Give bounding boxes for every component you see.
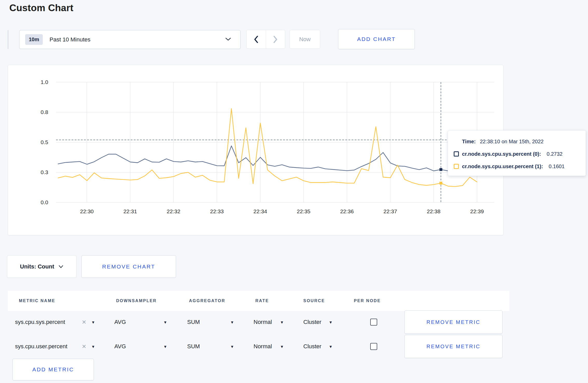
column-header: METRIC NAME [19,299,55,303]
tooltip-series-label: cr.node.sys.cpu.sys.percent (0): [462,151,541,157]
aggregator-caret-icon[interactable]: ▼ [230,344,234,349]
metric-row: sys.cpu.sys.percent × ▼ AVG ▼ SUM ▼ Norm… [0,310,588,334]
x-axis-tick-label: 22:34 [254,208,267,214]
x-axis-tick-label: 22:37 [383,208,397,214]
source-caret-icon[interactable]: ▼ [329,344,333,349]
y-axis-tick-label: 0.8 [41,109,48,115]
aggregator-caret-icon[interactable]: ▼ [230,320,234,324]
chevron-down-icon [225,37,232,42]
metric-name-caret-icon[interactable]: ▼ [91,320,95,324]
x-axis-tick-label: 22:32 [167,208,180,214]
y-axis-tick-label: 0.3 [41,169,48,175]
units-select[interactable]: Units: Count [7,255,76,278]
per-node-checkbox[interactable] [370,343,377,350]
rate-caret-icon[interactable]: ▼ [280,320,284,324]
toolbar-divider [8,30,8,49]
column-header: SOURCE [303,299,325,303]
series-swatch-icon [454,151,459,157]
per-node-checkbox[interactable] [370,319,377,326]
clear-metric-icon[interactable]: × [82,343,86,350]
column-header: DOWNSAMPLER [116,299,157,303]
crosshair-point-marker [439,182,442,185]
column-header: RATE [255,299,269,303]
now-button[interactable]: Now [290,30,320,49]
add-chart-button[interactable]: ADD CHART [338,29,415,49]
column-header: AGGREGATOR [189,299,225,303]
y-axis-tick-label: 0.0 [41,199,48,205]
source-caret-icon[interactable]: ▼ [329,320,333,324]
x-axis-tick-label: 22:35 [297,208,311,214]
series-line [58,146,477,171]
x-axis-tick-label: 22:36 [340,208,354,214]
metric-name-caret-icon[interactable]: ▼ [91,344,95,349]
crosshair-point-marker [439,168,442,171]
page-title: Custom Chart [9,3,73,13]
y-axis-tick-label: 1.0 [41,79,48,85]
metric-name-value[interactable]: sys.cpu.sys.percent [15,319,65,325]
tooltip-series-label: cr.node.sys.cpu.user.percent (1): [462,164,543,169]
source-value[interactable]: Cluster [303,343,321,350]
tooltip-time-value: 22:38:10 on Mar 15th, 2022 [480,139,544,145]
rate-value[interactable]: Normal [254,343,272,350]
series-swatch-icon [454,164,459,169]
custom-chart-page: Custom Chart 10m Past 10 Minutes Now ADD… [0,0,588,383]
column-header: PER NODE [354,299,381,303]
time-range-dropdown[interactable]: 10m Past 10 Minutes [19,30,241,49]
units-select-label: Units: Count [20,263,54,270]
time-range-badge: 10m [25,34,43,45]
tooltip-time-label: Time: [462,139,476,145]
remove-chart-button[interactable]: REMOVE CHART [81,255,176,278]
x-axis-tick-label: 22:33 [210,208,224,214]
rate-value[interactable]: Normal [254,319,272,325]
rate-caret-icon[interactable]: ▼ [280,344,284,349]
downsampler-caret-icon[interactable]: ▼ [163,344,167,349]
downsampler-caret-icon[interactable]: ▼ [163,320,167,324]
x-axis-tick-label: 22:38 [427,208,440,214]
chart-card: 0.00.30.50.81.022:3022:3122:3222:3322:34… [8,65,503,235]
chevron-down-icon [58,265,64,268]
tooltip-series-value: 0.2732 [547,151,563,157]
remove-metric-button[interactable]: REMOVE METRIC [404,310,502,334]
series-line [58,109,477,187]
tooltip-series-row: cr.node.sys.cpu.sys.percent (0): 0.2732 [454,148,586,160]
timeseries-chart[interactable]: 0.00.30.50.81.022:3022:3122:3222:3322:34… [8,65,504,236]
tooltip-series-row: cr.node.sys.cpu.user.percent (1): 0.1601 [454,160,586,173]
chevron-right-icon [272,35,278,44]
tooltip-time-row: Time: 22:38:10 on Mar 15th, 2022 [454,135,586,148]
downsampler-value[interactable]: AVG [114,343,126,350]
x-axis-tick-label: 22:30 [80,208,94,214]
chevron-left-icon [253,35,259,44]
metric-row: sys.cpu.user.percent × ▼ AVG ▼ SUM ▼ Nor… [0,335,588,358]
add-metric-button[interactable]: ADD METRIC [12,359,94,380]
aggregator-value[interactable]: SUM [187,319,200,325]
chart-tooltip: Time: 22:38:10 on Mar 15th, 2022 cr.node… [448,130,586,176]
metrics-table-header: METRIC NAMEDOWNSAMPLERAGGREGATORRATESOUR… [8,291,509,311]
x-axis-tick-label: 22:31 [123,208,137,214]
downsampler-value[interactable]: AVG [114,319,126,325]
aggregator-value[interactable]: SUM [187,343,200,350]
y-axis-tick-label: 0.5 [41,139,48,145]
time-range-label: Past 10 Minutes [50,36,90,43]
tooltip-series-value: 0.1601 [549,164,564,169]
x-axis-tick-label: 22:39 [470,208,484,214]
metric-name-value[interactable]: sys.cpu.user.percent [15,343,67,350]
source-value[interactable]: Cluster [303,319,321,325]
clear-metric-icon[interactable]: × [82,318,86,326]
time-forward-button[interactable] [266,30,285,48]
time-back-button[interactable] [247,30,266,48]
time-nav-arrows [246,30,285,49]
remove-metric-button[interactable]: REMOVE METRIC [404,335,502,358]
